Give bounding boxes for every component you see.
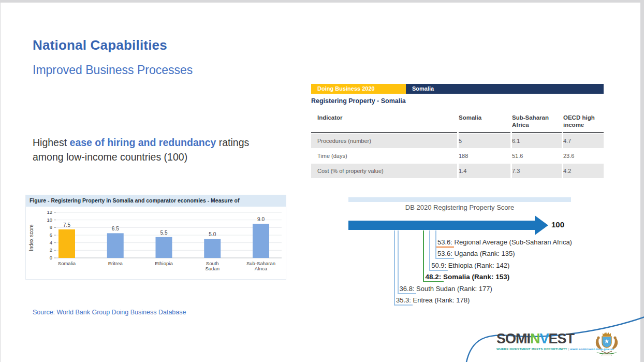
logo-tagline: WHERE INVESTMENT MEETS OPPORTUNITY | www… [496, 347, 600, 351]
score-arrow-body [348, 221, 535, 230]
y-axis-title: Index score [28, 224, 34, 251]
y-tick-label: 4 [50, 239, 52, 245]
db-banner: Doing Business 2020 Somalia [311, 84, 604, 94]
bar-chart: 0246810127.5Somalia6.5Eritrea5.5Ethiopia… [26, 207, 285, 279]
category-label: Sudan [206, 266, 219, 271]
bar [107, 233, 124, 258]
score-underline [398, 293, 416, 294]
table-cell-value: 23.6 [563, 149, 604, 163]
score-entry-label: 36.8: South Sudan (Rank: 177) [400, 285, 492, 293]
top-chrome-strip [1, 0, 644, 3]
table-cell-indicator: Time (days) [311, 149, 457, 163]
table-cell-value: 7.3 [512, 164, 562, 178]
table-cell-value: 51.6 [512, 149, 562, 163]
bar-value-label: 5.0 [209, 231, 216, 237]
bar-value-label: 7.5 [63, 222, 70, 228]
y-tick-label: 2 [50, 247, 52, 253]
bar-value-label: 5.5 [160, 229, 168, 235]
col-header-oecd-line1: OECD high [563, 114, 604, 121]
col-header-oecd: OECD high income [563, 110, 604, 133]
col-header-indicator: Indicator [311, 110, 457, 133]
banner-doing-business: Doing Business 2020 [311, 84, 406, 94]
table-cell-value: 1.4 [459, 164, 510, 178]
tagline-left: WHERE INVESTMENT MEETS OPPORTUNITY [496, 347, 567, 351]
logo-somi: SOMI [496, 331, 530, 346]
table-cell-value: 188 [459, 149, 510, 163]
score-entry-label: 53.6: Uganda (Rank: 135) [437, 250, 515, 257]
col-header-oecd-line2: income [563, 121, 604, 128]
indicators-table: Indicator Somalia Sub-Saharan Africa OEC… [311, 110, 604, 178]
table-cell-value: 5 [459, 134, 510, 148]
category-label: Eritrea [108, 260, 123, 266]
y-tick-label: 0 [50, 255, 52, 260]
source-note: Source: World Bank Group Doing Business … [33, 309, 186, 316]
bar [58, 229, 75, 258]
score-underline [429, 270, 448, 271]
somalia-coat-of-arms-icon [590, 331, 624, 360]
category-label: Ethiopia [155, 260, 173, 266]
table-heading: Registering Property - Somalia [311, 97, 406, 105]
score-line [394, 230, 395, 306]
bar-value-label: 6.5 [112, 226, 119, 231]
score-line [435, 230, 436, 259]
score-underline [435, 247, 454, 248]
slide-subtitle: Improved Business Processes [33, 63, 193, 77]
score-line [423, 230, 424, 282]
key-statement: Highest ease of hiring and redundancy ra… [33, 136, 268, 164]
logo-v: V [540, 331, 549, 346]
table-cell-indicator: Procedures (number) [311, 134, 457, 148]
score-entry-label: 35.3: Eritrea (Rank: 178) [396, 296, 470, 304]
category-label: Somalia [58, 260, 76, 266]
col-header-ssa-line2: Africa [512, 121, 562, 128]
category-label: Africa [255, 266, 268, 271]
slide-title: National Capabilities [33, 37, 167, 53]
score-arrow-head-icon [535, 215, 548, 235]
bar-value-label: 9.0 [257, 216, 265, 222]
score-entry-label: 48.2: Somalia (Rank: 153) [425, 273, 509, 281]
score-underline [423, 281, 444, 282]
score-underline [435, 258, 454, 259]
y-tick-label: 10 [47, 216, 52, 222]
col-header-somalia: Somalia [459, 110, 510, 133]
statement-highlight: ease of hiring and redundancy [70, 137, 216, 148]
score-max-label: 100 [551, 220, 564, 229]
sominvest-logo: SOMINVEST WHERE INVESTMENT MEETS OPPORTU… [496, 332, 600, 351]
banner-country: Somalia [406, 84, 604, 94]
bar [156, 237, 172, 257]
score-entry-label: 50.9: Ethiopia (Rank: 142) [431, 262, 509, 269]
bar [253, 224, 269, 258]
slide-canvas: National Capabilities Improved Business … [0, 0, 644, 362]
logo-n: N [530, 331, 540, 346]
score-line [429, 230, 430, 271]
col-header-ssa-line1: Sub-Saharan [512, 114, 562, 121]
y-tick-label: 12 [47, 209, 52, 215]
logo-est: EST [549, 331, 575, 346]
table-cell-value: 6.1 [512, 134, 562, 148]
col-header-ssa: Sub-Saharan Africa [512, 110, 562, 133]
bar [204, 239, 221, 258]
sominvest-wordmark: SOMINVEST [496, 332, 600, 346]
score-diagram-title: DB 2020 Registering Property Score [348, 204, 571, 211]
table-cell-indicator: Cost (% of property value) [311, 164, 457, 178]
figure-title: Figure - Registering Property in Somalia… [26, 195, 286, 207]
y-tick-label: 6 [50, 232, 52, 238]
table-cell-value: 4.2 [563, 164, 604, 178]
table-cell-value: 4.7 [563, 134, 604, 148]
score-underline [394, 305, 413, 306]
bar-chart-figure: Figure - Registering Property in Somalia… [25, 195, 286, 280]
score-entry-label: 53.6: Regional Average (Sub-Saharan Afri… [437, 238, 572, 246]
y-tick-label: 8 [50, 224, 52, 230]
tagline-separator: | [568, 347, 569, 351]
right-chrome-strip [640, 0, 644, 362]
score-strip [348, 197, 571, 202]
statement-pre: Highest [33, 137, 70, 148]
score-line [398, 230, 399, 294]
